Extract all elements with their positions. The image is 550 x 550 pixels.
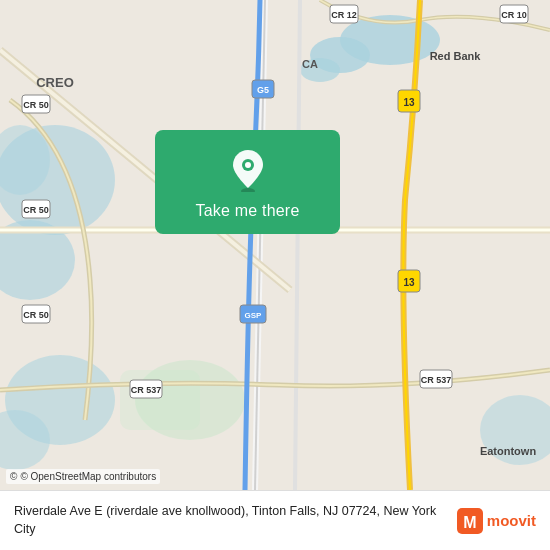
svg-text:CR 50: CR 50 xyxy=(23,310,49,320)
svg-text:13: 13 xyxy=(403,277,415,288)
svg-text:Eatontown: Eatontown xyxy=(480,445,536,457)
bottom-bar: Riverdale Ave E (riverdale ave knollwood… xyxy=(0,490,550,550)
svg-rect-11 xyxy=(120,370,200,430)
osm-attribution: © © OpenStreetMap contributors xyxy=(6,469,160,484)
svg-point-45 xyxy=(241,188,255,192)
svg-text:GSP: GSP xyxy=(245,311,263,320)
osm-c: © xyxy=(10,471,17,482)
address-text: Riverdale Ave E (riverdale ave knollwood… xyxy=(14,503,447,538)
svg-text:G5: G5 xyxy=(257,85,269,95)
svg-text:CR 537: CR 537 xyxy=(421,375,452,385)
take-me-there-card[interactable]: Take me there xyxy=(155,130,340,234)
map-svg: CR 50 CR 50 CR 50 CR 12 13 13 GSP G5 CR … xyxy=(0,0,550,490)
svg-point-47 xyxy=(245,162,251,168)
app: CR 50 CR 50 CR 50 CR 12 13 13 GSP G5 CR … xyxy=(0,0,550,550)
svg-text:CR 12: CR 12 xyxy=(331,10,357,20)
svg-text:Red Bank: Red Bank xyxy=(430,50,482,62)
svg-text:CR 537: CR 537 xyxy=(131,385,162,395)
svg-text:CREO: CREO xyxy=(36,75,74,90)
svg-text:M: M xyxy=(463,514,476,531)
moovit-logo: M moovit xyxy=(457,508,536,534)
location-pin-icon xyxy=(229,148,267,192)
svg-text:CR 50: CR 50 xyxy=(23,100,49,110)
svg-text:13: 13 xyxy=(403,97,415,108)
osm-text: © OpenStreetMap contributors xyxy=(20,471,156,482)
moovit-icon: M xyxy=(457,508,483,534)
map-container: CR 50 CR 50 CR 50 CR 12 13 13 GSP G5 CR … xyxy=(0,0,550,490)
take-me-there-label: Take me there xyxy=(196,202,300,220)
svg-text:CR 50: CR 50 xyxy=(23,205,49,215)
moovit-text: moovit xyxy=(487,512,536,529)
svg-text:CA: CA xyxy=(302,58,318,70)
svg-text:CR 10: CR 10 xyxy=(501,10,527,20)
